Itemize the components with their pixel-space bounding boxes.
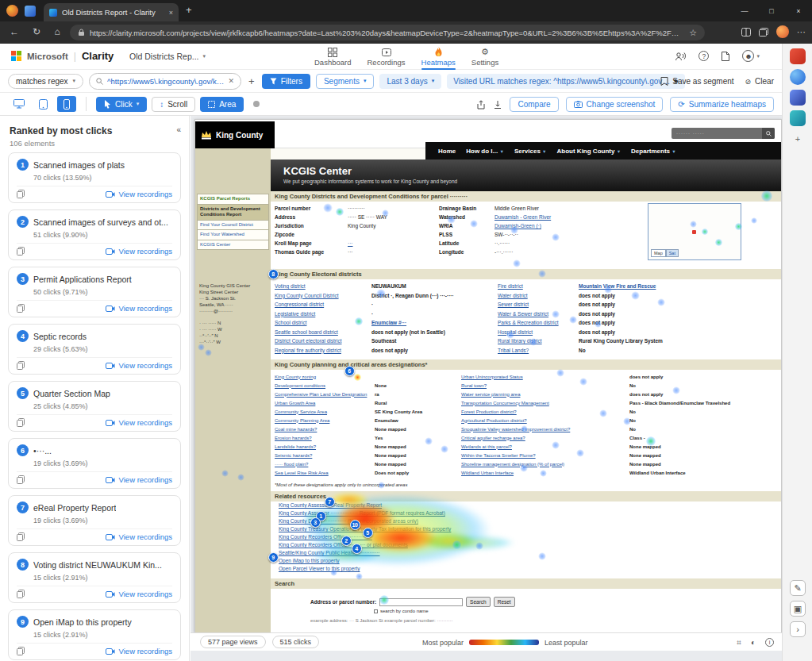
settings-more-icon[interactable]: ⋯	[797, 27, 806, 37]
view-recordings-button[interactable]: View recordings	[106, 304, 172, 313]
tab-close-icon[interactable]: ×	[169, 9, 173, 17]
account-menu[interactable]: ☻▾	[742, 50, 760, 62]
window-maximize-button[interactable]: □	[758, 0, 785, 21]
heatmap-rank-marker[interactable]: 3	[310, 517, 321, 528]
active-filter-chip[interactable]: Visited URL matches regex: ^https://www5…	[447, 74, 685, 89]
device-mobile-button[interactable]	[57, 96, 76, 112]
window-minimize-button[interactable]: —	[731, 0, 758, 21]
site-contact-block: King County GIS CenterKing Street Center…	[199, 282, 267, 314]
rank-label: Scanned images of plats	[33, 160, 125, 170]
scroll-mode-button[interactable]: ↕ Scroll	[152, 97, 195, 112]
segments-dropdown[interactable]: Segments▾	[316, 74, 375, 89]
split-screen-icon[interactable]	[741, 28, 751, 37]
browser-account-avatar[interactable]	[776, 25, 789, 38]
window-close-button[interactable]: ×	[785, 0, 812, 21]
heatmap-rank-marker[interactable]: 10	[350, 520, 360, 530]
rank-card[interactable]: 3 Permit Applications Report 50 clicks (…	[8, 267, 181, 317]
edge-chat-icon[interactable]	[790, 90, 806, 106]
change-screenshot-button[interactable]: Change screenshot	[566, 97, 664, 112]
browser-profile-icon[interactable]	[6, 5, 18, 17]
collections-icon[interactable]	[759, 28, 768, 37]
rank-card[interactable]: 9 Open iMap to this property 15 clicks (…	[8, 609, 181, 660]
docs-icon[interactable]	[722, 52, 729, 61]
edge-briefcase-icon[interactable]: ▣	[790, 601, 806, 617]
edge-add-icon[interactable]: +	[790, 131, 806, 147]
filters-button[interactable]: Filters	[262, 74, 310, 89]
view-recordings-button[interactable]: View recordings	[106, 475, 172, 484]
tab-recordings[interactable]: Recordings	[364, 44, 407, 70]
download-icon[interactable]	[493, 100, 502, 110]
date-range-dropdown[interactable]: Last 3 days▾	[379, 74, 441, 89]
device-tablet-button[interactable]	[33, 96, 52, 112]
rank-card[interactable]: 1 Scanned images of plats 70 clicks (13.…	[8, 152, 181, 203]
share-icon[interactable]	[476, 100, 486, 110]
grid-overlay-icon[interactable]: ⌗	[737, 638, 741, 648]
new-tab-button[interactable]: +	[186, 4, 192, 16]
copilot-icon[interactable]	[790, 69, 806, 85]
rank-card[interactable]: 5 Quarter Section Map 25 clicks (4.85%) …	[8, 381, 181, 432]
rank-card[interactable]: 7 eReal Property Report 19 clicks (3.69%…	[8, 495, 181, 546]
heatmap-rank-marker[interactable]: 7	[325, 497, 335, 507]
view-recordings-button[interactable]: View recordings	[106, 590, 172, 598]
refresh-icon[interactable]: ↻	[29, 26, 44, 37]
copy-icon[interactable]	[17, 590, 25, 598]
live-insights-icon[interactable]	[675, 52, 686, 61]
match-mode-dropdown[interactable]: matches regex▾	[8, 74, 83, 89]
project-selector[interactable]: Old Districts Rep...▾	[129, 52, 206, 61]
compare-button[interactable]: Compare	[510, 97, 558, 112]
rank-card[interactable]: 2 Scanned images of surveys and ot... 51…	[8, 209, 181, 260]
back-icon[interactable]: ←	[6, 26, 22, 37]
copy-icon[interactable]	[17, 418, 25, 427]
home-icon[interactable]: ⌂	[49, 26, 65, 37]
heatmap-rank-marker[interactable]: 5	[363, 528, 373, 538]
view-recordings-button[interactable]: View recordings	[106, 418, 172, 427]
url-bar[interactable]: https://clarity.microsoft.com/projects/v…	[70, 25, 705, 40]
view-recordings-button[interactable]: View recordings	[106, 247, 172, 256]
filter-bar: matches regex▾ ^https://www5\.kingcounty…	[0, 70, 782, 93]
favorite-star-icon[interactable]: ☆	[689, 28, 697, 38]
url-filter-input[interactable]: ^https://www5\.kingcounty\.gov/kcgisrepo…	[89, 73, 241, 90]
copy-icon[interactable]	[17, 190, 25, 198]
tab-heatmaps[interactable]: Heatmaps	[419, 44, 458, 70]
view-recordings-button[interactable]: View recordings	[106, 361, 172, 370]
contrast-toggle-icon[interactable]: ◐	[751, 638, 756, 647]
area-mode-button[interactable]: Area	[200, 97, 244, 112]
heatmap-rank-marker[interactable]: 8	[268, 269, 279, 279]
heatmap-rank-marker[interactable]: 6	[344, 366, 355, 376]
edge-expand-icon[interactable]: ›	[790, 621, 806, 637]
clear-filters-button[interactable]: ⊘ Clear	[745, 77, 774, 86]
rank-card[interactable]: 6 •···... 19 clicks (3.69%) View recordi…	[8, 438, 181, 489]
collapse-panel-icon[interactable]: «	[176, 125, 181, 134]
summarize-heatmaps-button[interactable]: ⟳ Summarize heatmaps	[670, 97, 774, 112]
info-icon[interactable]: i	[765, 638, 774, 647]
device-desktop-button[interactable]	[10, 96, 29, 112]
copy-icon[interactable]	[17, 247, 25, 256]
edge-office-icon[interactable]	[790, 110, 806, 126]
copy-icon[interactable]	[17, 304, 25, 313]
view-recordings-button[interactable]: View recordings	[106, 190, 172, 198]
copy-icon[interactable]	[17, 647, 25, 655]
copy-icon[interactable]	[17, 532, 25, 541]
view-recordings-button[interactable]: View recordings	[106, 532, 172, 541]
rank-card[interactable]: 8 Voting district NEUWAUKUM Kin... 15 cl…	[8, 552, 181, 603]
tab-dashboard[interactable]: Dashboard	[312, 44, 353, 70]
edge-tools-icon[interactable]: ✎	[790, 580, 806, 596]
edge-workspaces-icon[interactable]	[790, 48, 806, 64]
copy-icon[interactable]	[17, 361, 25, 370]
click-mode-button[interactable]: Click▾	[96, 97, 147, 112]
browser-tab[interactable]: Old Districts Report - Clarity ×	[44, 3, 179, 21]
tab-settings[interactable]: ⚙ Settings	[469, 44, 501, 70]
rank-label: •···...	[33, 446, 52, 455]
save-as-segment-button[interactable]: Save as segment	[660, 77, 733, 86]
table-row: Hospital district does not apply	[498, 328, 779, 337]
workspace-icon[interactable]	[25, 6, 36, 17]
add-filter-icon[interactable]: +	[248, 75, 255, 87]
heatmap-rank-marker[interactable]: 9	[268, 552, 279, 563]
copy-icon[interactable]	[17, 475, 25, 484]
heatmap-rank-marker[interactable]: 4	[352, 544, 362, 554]
view-recordings-button[interactable]: View recordings	[106, 647, 172, 655]
heatmap-rank-marker[interactable]: 2	[341, 536, 352, 546]
rank-card[interactable]: 4 Septic records 29 clicks (5.63%) View …	[8, 324, 181, 375]
help-icon[interactable]: ?	[698, 51, 709, 61]
clear-query-icon[interactable]: ✕	[229, 77, 235, 85]
